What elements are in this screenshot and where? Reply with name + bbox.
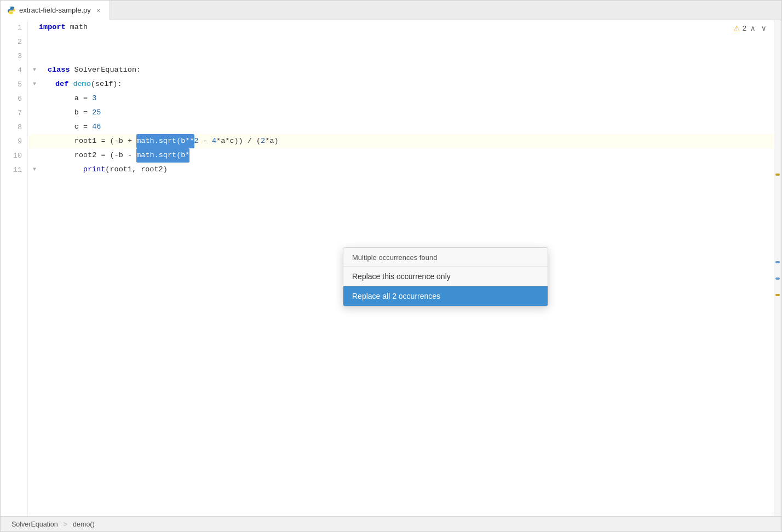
line-num-11: 11 — [1, 163, 27, 177]
fold-arrow-11[interactable]: ▼ — [31, 166, 38, 173]
code-text — [48, 163, 83, 177]
status-method-name: demo() — [73, 521, 95, 528]
replace-this-occurrence-item[interactable]: Replace this occurrence only — [343, 267, 548, 286]
line-num-1: 1 — [1, 20, 27, 34]
keyword-def: def — [55, 77, 68, 91]
code-line-4: ▼ class SolverEquation: — [28, 63, 774, 77]
popup-menu: Multiple occurrences found Replace this … — [343, 247, 548, 307]
code-line-10: root2 = (-b - math.sqrt(b* — [28, 148, 774, 163]
fold-arrow-4[interactable]: ▼ — [31, 67, 38, 73]
status-class-name: SolverEquation — [12, 521, 58, 528]
popup-header: Multiple occurrences found — [343, 248, 548, 267]
fold-arrow-5[interactable]: ▼ — [31, 81, 38, 88]
code-text: *a) — [265, 134, 278, 148]
replace-all-occurrences-item[interactable]: Replace all 2 occurrences — [343, 286, 548, 306]
code-text: math — [66, 20, 88, 34]
function-name: demo — [73, 77, 90, 91]
code-text: c = — [39, 120, 92, 134]
code-line-6: a = 3 — [28, 91, 774, 106]
code-line-5: ▼ def demo (self): — [28, 77, 774, 91]
line-num-5: 5 — [1, 77, 27, 91]
code-text: b = — [39, 106, 92, 120]
line-num-10: 10 — [1, 148, 27, 163]
line-num-2: 2 — [1, 34, 27, 49]
code-text: root2 = (-b - — [39, 148, 136, 163]
selected-text-2: math.sqrt(b* — [136, 148, 189, 163]
code-line-11: ▼ print (root1, root2) — [28, 163, 774, 177]
scrollbar-track[interactable] — [774, 20, 781, 516]
code-text: (root1, root2) — [105, 163, 167, 177]
scrollbar-mark-3 — [775, 277, 780, 280]
code-line-8: c = 46 — [28, 120, 774, 134]
code-text: root1 = (-b + — [39, 134, 136, 148]
code-text — [68, 77, 73, 91]
tab-filename: extract-field-sample.py — [19, 6, 91, 14]
editor-content: ⚠ 2 ∧ ∨ 1 2 3 4 5 6 7 8 9 10 11 import m… — [1, 20, 781, 516]
scrollbar-mark-4 — [775, 294, 780, 296]
number-3: 3 — [92, 91, 96, 106]
line-num-4: 4 — [1, 63, 27, 77]
line-numbers-gutter: 1 2 3 4 5 6 7 8 9 10 11 — [1, 20, 28, 516]
scrollbar-mark-1 — [775, 174, 780, 176]
builtin-print: print — [83, 163, 106, 177]
line-num-8: 8 — [1, 120, 27, 134]
status-bar: SolverEquation > demo() — [1, 516, 781, 531]
line-num-7: 7 — [1, 106, 27, 120]
keyword-class: class — [48, 63, 70, 77]
scrollbar-mark-2 — [775, 261, 780, 263]
line-num-3: 3 — [1, 49, 27, 63]
code-text: a = — [39, 91, 92, 106]
number-25: 25 — [92, 106, 101, 120]
tab-close-button[interactable]: × — [94, 6, 103, 15]
python-icon — [7, 6, 16, 15]
number-4: 4 — [212, 134, 216, 148]
code-text: *a*c)) / ( — [216, 134, 261, 148]
file-tab[interactable]: extract-field-sample.py × — [1, 1, 110, 20]
code-line-3 — [28, 49, 774, 63]
code-text: (self): — [91, 77, 122, 91]
keyword-import: import — [39, 20, 66, 34]
code-text: SolverEquation: — [70, 63, 141, 77]
line-num-9: 9 — [1, 134, 27, 148]
editor-window: extract-field-sample.py × ⚠ 2 ∧ ∨ 1 2 3 … — [0, 0, 782, 532]
code-line-1: import math — [28, 20, 774, 34]
selected-text-1: math.sqrt(b** — [136, 134, 194, 148]
code-text: - — [199, 134, 212, 148]
tab-bar: extract-field-sample.py × — [1, 1, 781, 20]
code-line-9: root1 = (-b + math.sqrt(b**2 - 4*a*c)) /… — [28, 134, 774, 148]
status-separator: > — [64, 521, 67, 528]
number-2: 2 — [194, 134, 199, 148]
number-2b: 2 — [261, 134, 265, 148]
line-num-6: 6 — [1, 91, 27, 106]
number-46: 46 — [92, 120, 101, 134]
code-line-2 — [28, 34, 774, 49]
code-line-7: b = 25 — [28, 106, 774, 120]
